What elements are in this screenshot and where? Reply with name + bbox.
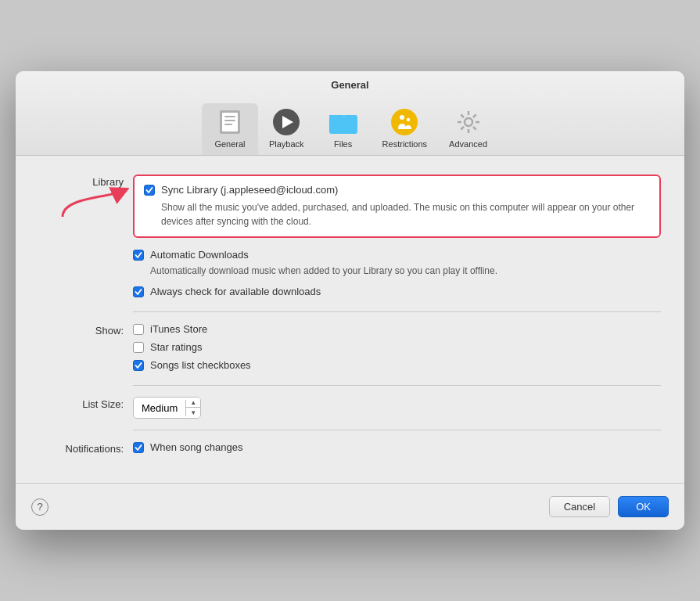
stepper-up-button[interactable]: ▲ [186,398,200,408]
svg-point-8 [407,118,410,121]
tab-general[interactable]: General [202,103,258,155]
divider-2 [133,385,661,386]
songs-list-checkbox[interactable] [133,360,144,371]
when-song-changes-checkbox[interactable] [133,442,144,453]
always-check-checkbox[interactable] [133,286,144,297]
list-size-row: List Size: Medium ▲ ▼ [39,397,661,419]
notifications-content: When song changes [133,441,661,456]
svg-point-7 [400,115,404,120]
bottom-bar: ? Cancel OK [16,483,684,530]
show-row: Show: iTunes Store Star ratings [39,323,661,374]
sync-library-title-row: Sync Library (j.appleseed@icloud.com) [144,184,650,196]
divider-1 [133,311,661,312]
sync-library-box: Sync Library (j.appleseed@icloud.com) Sh… [133,175,661,238]
general-icon [216,108,244,136]
list-size-value: Medium [134,400,186,416]
advanced-icon [454,108,483,136]
automatic-downloads-description: Automatically download music when added … [133,264,661,278]
list-size-label: List Size: [39,397,133,410]
tab-files[interactable]: Files [315,103,372,155]
star-ratings-label: Star ratings [150,341,202,353]
sync-library-label: Sync Library (j.appleseed@icloud.com) [161,184,338,196]
automatic-downloads-section: Automatic Downloads Automatically downlo… [133,249,661,278]
itunes-store-checkbox[interactable] [133,324,144,335]
action-buttons: Cancel OK [549,496,669,517]
main-content: Library [16,156,684,483]
stepper-down-button[interactable]: ▼ [186,408,200,418]
sync-library-description: Show all the music you've added, purchas… [144,200,650,229]
svg-rect-3 [224,120,235,121]
playback-icon [272,108,300,136]
sync-library-checkbox[interactable] [144,185,155,196]
when-song-changes-label: When song changes [150,441,243,453]
help-button[interactable]: ? [31,498,48,516]
tab-playback[interactable]: Playback [258,103,315,155]
svg-line-14 [461,114,464,117]
cancel-button[interactable]: Cancel [549,496,610,517]
library-row: Library [39,175,661,300]
ok-button[interactable]: OK [618,496,669,517]
tab-restrictions-label: Restrictions [382,139,427,149]
notifications-row: Notifications: When song changes [39,441,661,456]
automatic-downloads-row: Automatic Downloads [133,249,661,261]
files-icon [329,108,357,136]
library-content: Sync Library (j.appleseed@icloud.com) Sh… [133,175,661,300]
itunes-store-label: iTunes Store [150,323,207,335]
list-size-stepper[interactable]: Medium ▲ ▼ [133,397,201,419]
tab-restrictions[interactable]: Restrictions [372,103,438,155]
tab-advanced-label: Advanced [449,139,487,149]
svg-rect-1 [222,113,238,131]
list-size-content: Medium ▲ ▼ [133,397,661,419]
tab-general-label: General [214,139,245,149]
star-ratings-row: Star ratings [133,341,661,353]
restrictions-icon [390,108,418,136]
svg-point-9 [465,118,472,126]
divider-3 [133,430,661,430]
when-song-changes-row: When song changes [133,441,661,453]
always-check-row: Always check for available downloads [133,286,661,297]
show-content: iTunes Store Star ratings Songs list che… [133,323,661,374]
window-title: General [16,79,684,91]
svg-rect-2 [224,116,235,117]
show-label: Show: [39,323,133,336]
automatic-downloads-checkbox[interactable] [133,250,144,261]
always-check-label: Always check for available downloads [150,286,321,297]
toolbar: General Playback [16,99,684,155]
songs-list-row: Songs list checkboxes [133,359,661,371]
songs-list-label: Songs list checkboxes [150,359,251,371]
title-bar: General General [16,71,684,156]
tab-playback-label: Playback [269,139,304,149]
tab-files-label: Files [334,139,352,149]
preferences-window: General General [16,71,684,530]
notifications-label: Notifications: [39,441,133,455]
tab-advanced[interactable]: Advanced [438,103,498,155]
svg-line-15 [473,127,476,130]
star-ratings-checkbox[interactable] [133,342,144,353]
itunes-store-row: iTunes Store [133,323,661,335]
library-label: Library [39,175,133,188]
svg-line-17 [461,127,464,130]
svg-rect-4 [224,124,232,125]
stepper-controls: ▲ ▼ [186,398,200,418]
svg-line-16 [473,114,476,117]
automatic-downloads-label: Automatic Downloads [150,249,249,261]
